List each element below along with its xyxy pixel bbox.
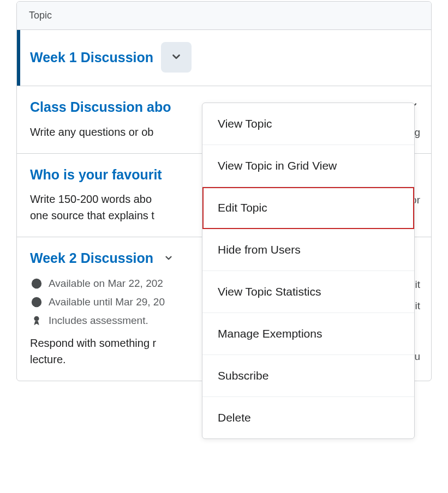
topic-desc-text: Write 150-200 words abo [30, 193, 152, 205]
menu-stats[interactable]: View Topic Statistics [202, 271, 414, 313]
topic-link-class-discussion[interactable]: Class Discussion abo [30, 98, 171, 116]
available-until-label: Available until Mar 29, 20 [49, 296, 165, 308]
frame: Topic Week 1 Discussion Class Discussion… [0, 0, 448, 493]
menu-exemptions[interactable]: Manage Exemptions [202, 313, 414, 355]
chevron-down-icon [170, 51, 182, 64]
topic-desc-cont: lecture. [30, 353, 66, 365]
menu-subscribe[interactable]: Subscribe [202, 355, 414, 397]
chevron-down-icon[interactable] [161, 252, 176, 263]
clock-icon [30, 296, 43, 309]
topic-actions-button[interactable] [161, 42, 192, 73]
panel-header-label: Topic [29, 10, 52, 21]
menu-hide[interactable]: Hide from Users [202, 229, 414, 271]
topic-actions-menu: View Topic View Topic in Grid View Edit … [202, 103, 415, 439]
topic-link-favourite[interactable]: Who is your favourit [30, 166, 162, 184]
topic-desc-text: Respond with something r [30, 337, 156, 349]
topic-desc-text: Write any questions or ob [30, 126, 153, 138]
menu-edit-topic[interactable]: Edit Topic [202, 187, 414, 229]
topic-title-line: Week 1 Discussion [30, 42, 420, 73]
topic-row-week1: Week 1 Discussion [17, 30, 431, 86]
topic-desc-cont: one source that explains t [30, 209, 154, 221]
svg-point-0 [34, 316, 39, 321]
menu-view-topic[interactable]: View Topic [202, 103, 414, 145]
available-on-label: Available on Mar 22, 202 [49, 278, 163, 290]
topic-link-week2[interactable]: Week 2 Discussion [30, 249, 153, 267]
menu-view-grid[interactable]: View Topic in Grid View [202, 145, 414, 187]
topic-link-week1[interactable]: Week 1 Discussion [30, 49, 153, 67]
menu-delete[interactable]: Delete [202, 397, 414, 438]
clock-icon [30, 277, 43, 290]
panel-header: Topic [17, 2, 431, 30]
ribbon-icon [30, 314, 43, 327]
assessment-label: Includes assessment. [49, 315, 148, 327]
